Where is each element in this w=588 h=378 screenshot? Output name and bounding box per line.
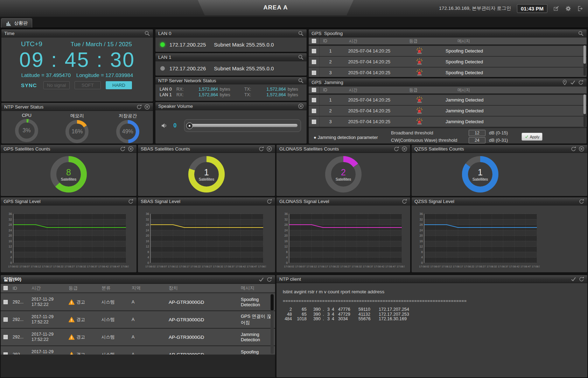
refresh-icon[interactable]: [136, 104, 142, 110]
alarm-date: 2017-11-29: [31, 332, 65, 337]
apply-button[interactable]: Apply: [522, 133, 542, 141]
alarm-row[interactable]: 292...2017-11-2917:52:22경고시스템AAP-GTR3000…: [1, 346, 275, 355]
row-checkbox[interactable]: [1, 300, 10, 304]
logout-icon[interactable]: [577, 6, 583, 12]
spoofing-row[interactable]: 22025-07-04 14:20:25Spoofing Detected: [309, 57, 587, 68]
row-checkbox[interactable]: [1, 335, 10, 340]
close-icon[interactable]: [266, 146, 272, 152]
scrollbar-thumb[interactable]: [271, 294, 274, 310]
row-checkbox[interactable]: [309, 46, 320, 56]
close-icon[interactable]: [579, 146, 584, 152]
refresh-icon[interactable]: [266, 198, 272, 204]
ntp-network-status-panel: NTP Server Network Status LAN 0RX:1,572,…: [155, 77, 307, 101]
ntp-client-cell: 172.17.207.253: [379, 312, 409, 317]
refresh-icon[interactable]: [393, 146, 399, 152]
edit-layout-icon[interactable]: [553, 6, 559, 12]
search-icon[interactable]: [298, 54, 304, 60]
close-icon[interactable]: [144, 104, 150, 110]
check-icon[interactable]: [258, 276, 264, 282]
row-message: Jamming Detected: [441, 97, 587, 103]
row-checkbox[interactable]: [1, 317, 10, 322]
area-title-tab[interactable]: AREA A: [198, 0, 354, 15]
location-pin-icon[interactable]: [562, 79, 568, 85]
check-icon[interactable]: [570, 276, 576, 282]
refresh-icon[interactable]: [258, 146, 264, 152]
alarm-device: AP-GTR3000GD: [165, 317, 236, 322]
refresh-icon[interactable]: [401, 198, 407, 204]
speaker-header: Speaker Volume: [155, 102, 307, 110]
column-header: 메시지: [453, 87, 587, 93]
close-icon[interactable]: [401, 146, 407, 152]
select-all-checkbox[interactable]: [309, 86, 320, 93]
row-id: 3: [320, 70, 341, 75]
close-icon[interactable]: [298, 103, 304, 109]
panel-title: GPS Spoofing: [312, 31, 343, 36]
threshold-input[interactable]: 12: [469, 130, 485, 136]
bar-chart-icon: [6, 20, 12, 26]
search-icon[interactable]: [578, 30, 584, 36]
jamming-row[interactable]: 22025-07-04 14:20:25Jamming Detected: [309, 106, 587, 117]
sync-no-signal-button[interactable]: No signal: [43, 81, 70, 89]
svg-text:24: 24: [285, 229, 288, 232]
scrollbar-thumb[interactable]: [583, 46, 586, 64]
alarm-row[interactable]: 292...2017-11-2917:52:22경고시스템AAP-GTR3000…: [1, 294, 275, 311]
search-icon[interactable]: [298, 78, 304, 84]
refresh-icon[interactable]: [579, 198, 584, 204]
refresh-icon[interactable]: [120, 146, 126, 152]
svg-text:17:08:37: 17:08:37: [224, 265, 235, 268]
sync-hard-button[interactable]: HARD: [106, 81, 132, 89]
network-traffic-row: LAN 1RX:1,572,864bytesTX:1,572,864bytes: [160, 92, 302, 98]
volume-slider-handle[interactable]: [186, 122, 193, 129]
jamming-row[interactable]: 32025-07-04 14:20:25Jamming Detected: [309, 117, 587, 127]
sync-soft-button[interactable]: SOFT: [75, 81, 101, 89]
refresh-icon[interactable]: [579, 276, 584, 282]
alarm-row[interactable]: 292...2017-11-2917:52:22경고시스템AAP-GTR3000…: [1, 329, 275, 346]
gps-spoofing-header: GPS Spoofing: [309, 29, 587, 37]
select-all-checkbox[interactable]: [309, 37, 320, 44]
threshold-input[interactable]: 24: [469, 137, 485, 144]
gauge-donut: 3%: [15, 119, 38, 142]
jamming-row[interactable]: 12025-07-04 14:20:25Jamming Detected: [309, 95, 587, 106]
qzss-signal-panel: QZSS Signal Level 0481216202428323617:08…: [412, 197, 587, 272]
search-icon[interactable]: [298, 30, 304, 36]
panel-title: Time: [4, 31, 15, 36]
alarm-id: 292...: [10, 300, 29, 304]
speaker-controls: 0: [155, 110, 307, 141]
scrollbar[interactable]: [583, 94, 586, 127]
refresh-icon[interactable]: [266, 276, 272, 282]
check-icon[interactable]: [570, 79, 576, 85]
select-all-checkbox[interactable]: [1, 286, 10, 290]
warning-triangle-icon: [69, 317, 75, 323]
row-id: 1: [320, 48, 341, 54]
gauge-label: 저장공간: [119, 113, 137, 119]
refresh-icon[interactable]: [578, 79, 584, 85]
search-icon[interactable]: [144, 30, 150, 36]
close-icon[interactable]: [128, 146, 134, 152]
alarm-message: Spoofing Detection: [236, 297, 275, 307]
svg-text:0: 0: [286, 261, 288, 265]
scrollbar[interactable]: [583, 46, 586, 76]
sync-label: SYNC: [21, 82, 37, 88]
spoofing-row[interactable]: 32025-07-04 14:20:25Spoofing Detected: [309, 68, 587, 77]
scrollbar[interactable]: [271, 294, 274, 354]
volume-slider[interactable]: [184, 119, 301, 132]
settings-gear-icon[interactable]: [565, 6, 571, 12]
scrollbar-thumb[interactable]: [583, 94, 586, 114]
system-clock-badge[interactable]: 01:43 PM: [517, 4, 547, 13]
refresh-icon[interactable]: [128, 198, 134, 204]
alarm-empty-area: [1, 355, 275, 377]
alarm-row[interactable]: 292...2017-11-2917:52:22경고시스템AAP-GTR3000…: [1, 311, 275, 329]
tab-dashboard[interactable]: 상황판: [1, 18, 32, 28]
checkbox-box: [312, 98, 316, 103]
row-checkbox[interactable]: [309, 68, 320, 77]
spoofing-row[interactable]: 12025-07-04 14:20:25Spoofing Detected: [309, 46, 587, 57]
row-checkbox[interactable]: [309, 57, 320, 67]
signal-chart-mount: 0481216202428323617:08:0217:08:0717:08:1…: [140, 212, 275, 273]
volume-slider-track[interactable]: [188, 124, 298, 127]
refresh-icon[interactable]: [570, 146, 576, 152]
row-checkbox[interactable]: [309, 106, 320, 116]
svg-text:17:08:42: 17:08:42: [236, 265, 246, 268]
row-checkbox[interactable]: [309, 117, 320, 127]
row-checkbox[interactable]: [309, 95, 320, 105]
alarm-category: 시스템: [98, 317, 128, 323]
